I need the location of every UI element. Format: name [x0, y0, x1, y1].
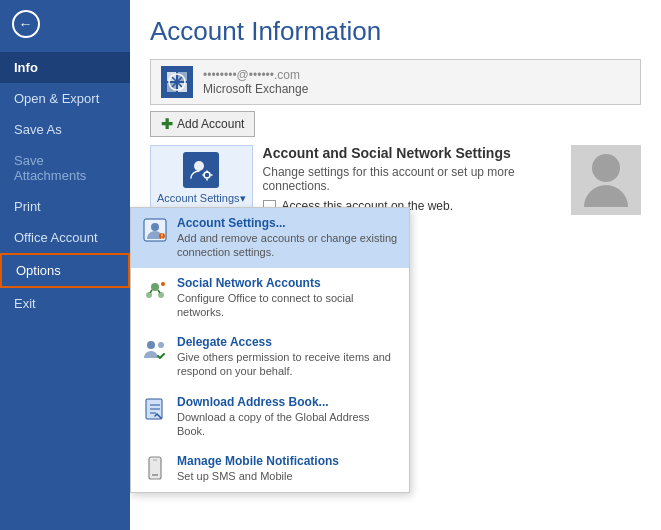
- dropdown-item-delegate[interactable]: Delegate Access Give others permission t…: [131, 327, 409, 387]
- sidebar-item-exit[interactable]: Exit: [0, 288, 130, 319]
- dropdown-item-social-desc: Configure Office to connect to social ne…: [177, 291, 399, 320]
- dropdown-item-address-book[interactable]: Download Address Book... Download a copy…: [131, 387, 409, 447]
- account-email: ••••••••@••••••.com: [203, 68, 308, 82]
- dropdown-item-account-settings-title: Account Settings...: [177, 216, 399, 230]
- user-avatar: [571, 145, 641, 215]
- svg-line-13: [150, 290, 152, 293]
- exchange-icon: [166, 71, 188, 93]
- dropdown-item-address-book-desc: Download a copy of the Global Address Bo…: [177, 410, 399, 439]
- sidebar-item-open-export[interactable]: Open & Export: [0, 83, 130, 114]
- account-type: Microsoft Exchange: [203, 82, 308, 96]
- add-account-label: Add Account: [177, 117, 244, 131]
- dropdown-item-delegate-title: Delegate Access: [177, 335, 399, 349]
- dropdown-item-mobile-text: Manage Mobile Notifications Set up SMS a…: [177, 454, 399, 483]
- sidebar-item-print[interactable]: Print: [0, 191, 130, 222]
- person-gear-icon: [189, 158, 213, 182]
- settings-description: Change settings for this account or set …: [263, 165, 561, 193]
- svg-point-8: [151, 223, 159, 231]
- dropdown-item-account-settings[interactable]: Account Settings... Add and remove accou…: [131, 208, 409, 268]
- sidebar: ← Info Open & Export Save As Save Attach…: [0, 0, 130, 530]
- dropdown-delegate-icon: [141, 335, 169, 363]
- sidebar-item-office-account[interactable]: Office Account: [0, 222, 130, 253]
- delegate-icon: [142, 336, 168, 362]
- account-row: ••••••••@••••••.com Microsoft Exchange: [150, 59, 641, 105]
- svg-point-5: [194, 161, 204, 171]
- sidebar-item-save-attachments[interactable]: Save Attachments: [0, 145, 130, 191]
- dropdown-item-social-network[interactable]: Social Network Accounts Configure Office…: [131, 268, 409, 328]
- dropdown-address-book-icon: [141, 395, 169, 423]
- account-settings-button-label: Account Settings▾: [157, 192, 246, 205]
- page-title: Account Information: [150, 16, 641, 47]
- svg-point-16: [147, 341, 155, 349]
- dropdown-item-account-settings-desc: Add and remove accounts or change existi…: [177, 231, 399, 260]
- mobile-icon: [142, 455, 168, 481]
- avatar-body: [584, 185, 628, 207]
- sidebar-nav: Info Open & Export Save As Save Attachme…: [0, 52, 130, 319]
- dropdown-social-icon: [141, 276, 169, 304]
- account-settings-dropdown: Account Settings... Add and remove accou…: [130, 207, 410, 493]
- account-info: ••••••••@••••••.com Microsoft Exchange: [203, 68, 308, 96]
- svg-point-11: [146, 292, 152, 298]
- svg-point-15: [161, 282, 165, 286]
- back-arrow-icon: ←: [19, 17, 33, 31]
- svg-point-17: [158, 342, 164, 348]
- main-header: Account Information ••••••••@••••••.com …: [130, 0, 661, 145]
- dropdown-account-settings-icon: [141, 216, 169, 244]
- dropdown-item-social-title: Social Network Accounts: [177, 276, 399, 290]
- sidebar-item-options[interactable]: Options: [0, 253, 130, 288]
- svg-point-6: [204, 172, 210, 178]
- add-account-button[interactable]: ✚ Add Account: [150, 111, 255, 137]
- dropdown-item-social-text: Social Network Accounts Configure Office…: [177, 276, 399, 320]
- account-icon: [161, 66, 193, 98]
- address-book-icon: [142, 396, 168, 422]
- account-settings-icon-button[interactable]: Account Settings▾: [150, 145, 253, 212]
- account-settings-icon: [183, 152, 219, 188]
- avatar-shape: [584, 154, 628, 207]
- sidebar-item-save-as[interactable]: Save As: [0, 114, 130, 145]
- main-content: Account Information ••••••••@••••••.com …: [130, 0, 661, 530]
- dropdown-item-mobile-desc: Set up SMS and Mobile: [177, 469, 399, 483]
- dropdown-item-delegate-text: Delegate Access Give others permission t…: [177, 335, 399, 379]
- dropdown-item-delegate-desc: Give others permission to receive items …: [177, 350, 399, 379]
- svg-line-14: [158, 290, 160, 293]
- main-body: Account Settings▾ Account and Social Net…: [130, 145, 661, 530]
- settings-section: Account Settings▾ Account and Social Net…: [150, 145, 641, 520]
- settings-title: Account and Social Network Settings: [263, 145, 561, 161]
- dropdown-mobile-icon: [141, 454, 169, 482]
- dropdown-item-address-book-title: Download Address Book...: [177, 395, 399, 409]
- social-network-icon: [142, 277, 168, 303]
- back-button[interactable]: ←: [0, 0, 130, 48]
- settings-header: Account Settings▾ Account and Social Net…: [150, 145, 641, 215]
- account-settings-dropdown-icon: [142, 217, 168, 243]
- dropdown-item-mobile[interactable]: Manage Mobile Notifications Set up SMS a…: [131, 446, 409, 491]
- add-icon: ✚: [161, 116, 173, 132]
- settings-desc: Account and Social Network Settings Chan…: [263, 145, 561, 213]
- svg-point-10: [151, 283, 159, 291]
- dropdown-item-mobile-title: Manage Mobile Notifications: [177, 454, 399, 468]
- avatar-head: [592, 154, 620, 182]
- sidebar-item-info[interactable]: Info: [0, 52, 130, 83]
- dropdown-item-address-book-text: Download Address Book... Download a copy…: [177, 395, 399, 439]
- back-circle-icon[interactable]: ←: [12, 10, 40, 38]
- dropdown-item-account-settings-text: Account Settings... Add and remove accou…: [177, 216, 399, 260]
- svg-point-12: [158, 292, 164, 298]
